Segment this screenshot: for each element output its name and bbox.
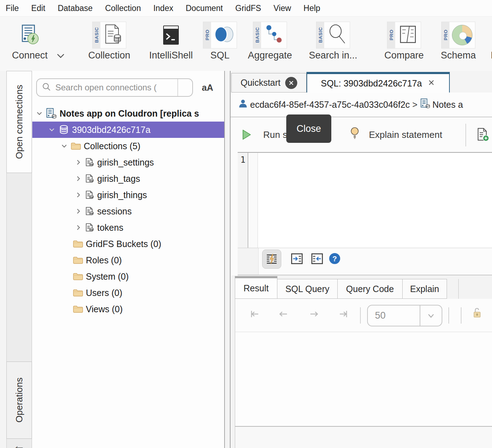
search-clear-section[interactable]: [177, 79, 192, 96]
aggregate-label: Aggregate: [248, 50, 292, 61]
collapse-sidebar-arrow-icon[interactable]: ←: [7, 439, 32, 448]
operations-tab[interactable]: Operations: [6, 362, 32, 439]
menu-database[interactable]: Database: [58, 4, 93, 13]
chevron-down-icon[interactable]: [420, 306, 442, 326]
tree-label: System (0): [86, 271, 129, 282]
menu-gridfs[interactable]: GridFS: [235, 4, 261, 13]
page-size-select[interactable]: 50: [367, 305, 442, 326]
connection-search-box[interactable]: [36, 78, 193, 97]
new-statement-button[interactable]: [476, 127, 490, 142]
tree-collection-row[interactable]: girish_tags: [32, 170, 224, 187]
open-connections-tab[interactable]: Open connections: [6, 71, 32, 173]
chevron-down-icon[interactable]: [60, 142, 68, 150]
tree-collections-folder-row[interactable]: Collections (5): [32, 138, 224, 154]
compare-panels-icon: [398, 24, 418, 46]
tree-collection-row[interactable]: girish_settings: [32, 154, 224, 170]
chevron-right-icon[interactable]: [74, 175, 82, 183]
document-tab-bar: Quickstart SQL: 3903dbd2426c717a: [231, 71, 492, 93]
sql-button[interactable]: PRO SQL: [201, 22, 238, 61]
next-page-button[interactable]: [308, 309, 320, 321]
tree-collection-row[interactable]: tokens: [32, 219, 224, 236]
result-tab[interactable]: Result: [235, 276, 277, 299]
lines-lightning-icon: [266, 253, 278, 265]
sql-query-tab[interactable]: SQL Query: [277, 279, 338, 299]
menu-view[interactable]: View: [273, 4, 291, 13]
chevron-down-icon[interactable]: [35, 110, 43, 117]
run-statement-button[interactable]: [241, 129, 252, 142]
chevron-right-icon[interactable]: [74, 191, 82, 199]
basic-badge: BASIC: [253, 22, 261, 48]
query-toolbar: Run statement Explain statement: [231, 118, 492, 151]
connect-button[interactable]: Connect: [7, 22, 52, 61]
main-panel: Quickstart SQL: 3903dbd2426c717a ecdac6f…: [230, 71, 492, 448]
menu-index[interactable]: Index: [153, 4, 173, 13]
close-tab-icon[interactable]: [285, 77, 297, 89]
explain-statement-button[interactable]: Explain statement: [369, 129, 442, 140]
menu-help[interactable]: Help: [304, 4, 320, 13]
sql-tab-content: ecdac6f4-85ef-4357-a75c-4a033c046f2c > N…: [231, 93, 492, 448]
lock-page-size-button[interactable]: [472, 307, 482, 320]
tree-folder-row[interactable]: Users (0): [32, 285, 224, 301]
side-rail: Open connections Operations ←: [6, 71, 32, 448]
schema-label: Schema: [441, 50, 476, 61]
tab-quickstart[interactable]: Quickstart: [231, 73, 306, 93]
breadcrumb-target[interactable]: Notes a: [432, 100, 463, 110]
basic-badge: BASIC: [93, 22, 100, 48]
last-page-icon: [337, 309, 349, 319]
tree-label: Views (0): [86, 304, 123, 314]
tree-folder-row[interactable]: System (0): [32, 268, 224, 285]
pro-badge: PRO: [387, 22, 395, 48]
compare-button[interactable]: PRO Compare: [382, 22, 426, 61]
menu-file[interactable]: File: [6, 4, 19, 13]
match-case-button[interactable]: aA: [202, 83, 213, 93]
intellishell-button[interactable]: IntelliShell: [145, 22, 197, 61]
pager-divider: [360, 307, 361, 324]
search-magnifier-icon: [327, 23, 347, 47]
collection-button[interactable]: BASIC Collection: [84, 22, 134, 61]
tree-folder-row[interactable]: GridFS Buckets (0): [32, 236, 224, 252]
tab-quickstart-label: Quickstart: [241, 78, 281, 88]
menu-edit[interactable]: Edit: [31, 4, 45, 13]
explain-tab[interactable]: Explain: [403, 279, 447, 299]
search-in-button[interactable]: BASIC Search in...: [308, 22, 358, 61]
breadcrumb-connection-id[interactable]: ecdac6f4-85ef-4357-a75c-4a033c046f2c: [250, 100, 410, 110]
sql-editor[interactable]: 1: [238, 152, 492, 248]
toolbar-partial-item[interactable]: I: [487, 22, 492, 61]
tree-connection-row[interactable]: Notes app on Cloudron [replica s: [32, 105, 224, 122]
connect-dropdown-chevron-icon[interactable]: [56, 52, 65, 61]
search-input[interactable]: [55, 83, 177, 93]
first-page-button[interactable]: [249, 309, 261, 321]
help-button[interactable]: ?: [329, 253, 340, 264]
chevron-down-icon[interactable]: [48, 126, 56, 134]
result-grid-area[interactable]: [235, 332, 492, 426]
indent-left-button[interactable]: [311, 253, 323, 264]
tree-collection-row[interactable]: sessions: [32, 203, 224, 219]
last-page-button[interactable]: [337, 309, 349, 321]
connect-label: Connect: [12, 50, 48, 61]
schema-button[interactable]: PRO Schema: [440, 22, 477, 61]
autocomplete-toggle-button[interactable]: [262, 250, 281, 269]
intellishell-label: IntelliShell: [149, 50, 193, 61]
chevron-right-icon[interactable]: [74, 224, 82, 231]
connect-server-icon: [19, 22, 41, 49]
menu-document[interactable]: Document: [186, 4, 223, 13]
prev-page-button[interactable]: [278, 309, 289, 321]
aggregate-button[interactable]: BASIC Aggregate: [246, 22, 294, 61]
editor-toolbar: ?: [238, 248, 492, 275]
chevron-right-icon[interactable]: [74, 158, 82, 166]
menu-collection[interactable]: Collection: [105, 4, 141, 13]
chevron-right-icon[interactable]: [74, 207, 82, 215]
tree-folder-row[interactable]: Roles (0): [32, 252, 224, 268]
tree-collection-row[interactable]: girish_things: [32, 187, 224, 203]
query-code-tab[interactable]: Query Code: [338, 279, 403, 299]
tree-database-row-selected[interactable]: 3903dbd2426c717a: [32, 122, 224, 138]
close-icon[interactable]: [427, 78, 435, 89]
tree-folder-row[interactable]: Views (0): [32, 301, 224, 317]
open-connections-label: Open connections: [14, 85, 25, 159]
result-footer-area: [235, 427, 492, 448]
help-icon: ?: [329, 253, 340, 264]
indent-right-button[interactable]: [291, 253, 303, 264]
tab-sql-editor[interactable]: SQL: 3903dbd2426c717a: [306, 72, 450, 93]
editor-text-area[interactable]: [258, 153, 492, 248]
main-toolbar: Connect BASIC: [0, 17, 492, 71]
